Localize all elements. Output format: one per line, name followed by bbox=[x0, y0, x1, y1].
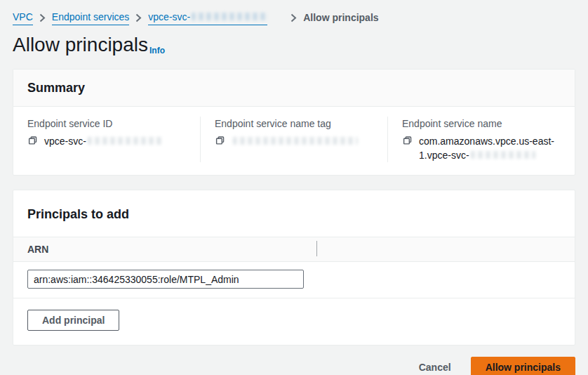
field-label: Endpoint service name bbox=[402, 117, 562, 131]
cancel-button[interactable]: Cancel bbox=[419, 362, 451, 373]
field-label: Endpoint service ID bbox=[27, 117, 187, 131]
service-id-prefix: vpce-svc- bbox=[148, 11, 190, 22]
chevron-right-icon bbox=[135, 13, 142, 22]
summary-title: Summary bbox=[27, 79, 561, 96]
summary-panel-header: Summary bbox=[13, 70, 575, 107]
allow-principals-button[interactable]: Allow principals bbox=[471, 357, 575, 375]
copy-icon[interactable] bbox=[215, 135, 225, 148]
field-label: Endpoint service name tag bbox=[215, 117, 375, 131]
redacted-service-id bbox=[192, 13, 267, 20]
breadcrumb: VPC Endpoint services vpce-svc- Allow pr… bbox=[0, 0, 588, 25]
redacted-value bbox=[471, 151, 535, 159]
page-title: Allow principals bbox=[13, 32, 148, 58]
principals-panel: Principals to add ARN Add principal bbox=[13, 190, 575, 346]
breadcrumb-current-page: Allow principals bbox=[303, 11, 378, 25]
summary-field-endpoint-service-name: Endpoint service name com.amazonaws.vpce… bbox=[387, 117, 575, 162]
breadcrumb-vpc-link[interactable]: VPC bbox=[13, 10, 33, 25]
summary-panel: Summary Endpoint service ID vpce-svc- En… bbox=[13, 69, 575, 176]
page-header: Allow principals Info bbox=[13, 32, 575, 58]
principals-title: Principals to add bbox=[27, 206, 561, 223]
add-principal-row: Add principal bbox=[13, 298, 575, 345]
breadcrumb-service-id-link[interactable]: vpce-svc- bbox=[148, 10, 267, 25]
arn-input[interactable] bbox=[27, 270, 304, 289]
column-resize-handle[interactable] bbox=[316, 241, 317, 256]
arn-column-label: ARN bbox=[27, 244, 48, 255]
arn-input-row bbox=[13, 262, 575, 298]
summary-field-endpoint-service-name-tag: Endpoint service name tag bbox=[200, 117, 387, 162]
footer-actions: Cancel Allow principals bbox=[13, 357, 575, 375]
chevron-right-icon bbox=[39, 13, 46, 22]
summary-field-endpoint-service-id: Endpoint service ID vpce-svc- bbox=[13, 117, 200, 162]
principals-panel-header: Principals to add bbox=[13, 190, 575, 237]
field-value: vpce-svc- bbox=[44, 134, 162, 148]
summary-body: Endpoint service ID vpce-svc- Endpoint s… bbox=[13, 107, 575, 175]
chevron-right-icon bbox=[290, 13, 297, 22]
redacted-value bbox=[233, 137, 358, 145]
info-link[interactable]: Info bbox=[149, 46, 165, 55]
copy-icon[interactable] bbox=[27, 135, 38, 148]
redacted-value bbox=[88, 137, 162, 145]
add-principal-button[interactable]: Add principal bbox=[27, 310, 119, 331]
arn-column-header: ARN bbox=[13, 237, 575, 262]
field-value bbox=[232, 134, 358, 148]
field-value: com.amazonaws.vpce.us-east-1.vpce-svc- bbox=[419, 134, 562, 162]
breadcrumb-endpoint-services-link[interactable]: Endpoint services bbox=[52, 10, 130, 25]
copy-icon[interactable] bbox=[402, 135, 413, 148]
